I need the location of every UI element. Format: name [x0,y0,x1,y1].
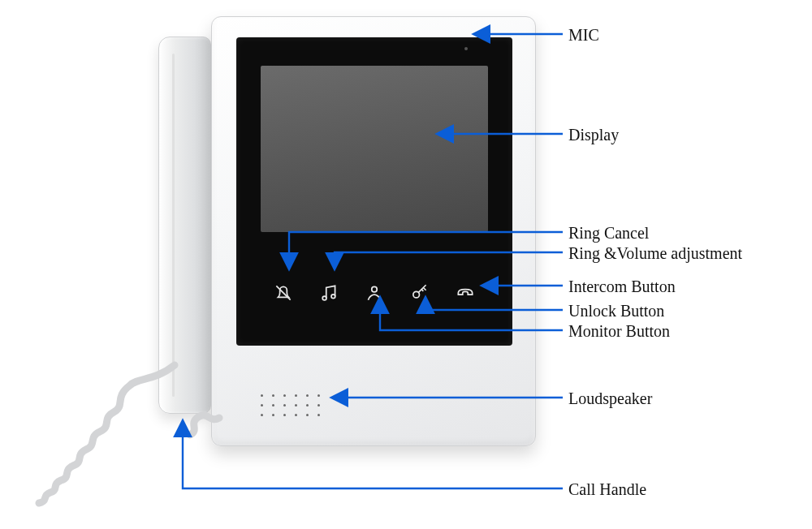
label-display: Display [568,126,619,144]
label-unlock: Unlock Button [568,302,664,320]
label-mic: MIC [568,26,599,45]
svg-point-0 [322,296,326,300]
label-loudspeaker: Loudspeaker [568,389,652,408]
label-monitor: Monitor Button [568,322,670,341]
label-ring-volume: Ring &Volume adjustment [568,244,742,263]
display-screen [261,66,488,232]
device-bezel [236,37,512,346]
label-intercom: Intercom Button [568,277,676,296]
loudspeaker-grill [261,390,326,423]
music-note-icon [317,281,341,305]
monitor-icon [362,281,387,305]
label-call-handle: Call Handle [568,480,646,499]
svg-point-2 [372,286,378,292]
button-row [236,281,512,313]
key-icon [408,281,432,305]
diagram-stage: MIC Display Ring Cancel Ring &Volume adj… [0,0,812,529]
label-ring-cancel: Ring Cancel [568,224,649,243]
svg-point-1 [331,295,335,299]
mic-hole [464,47,468,50]
call-handset [158,37,211,414]
intercom-device-body [211,16,536,446]
phone-icon [453,281,477,305]
ring-cancel-icon [271,281,296,305]
svg-point-3 [413,291,420,298]
